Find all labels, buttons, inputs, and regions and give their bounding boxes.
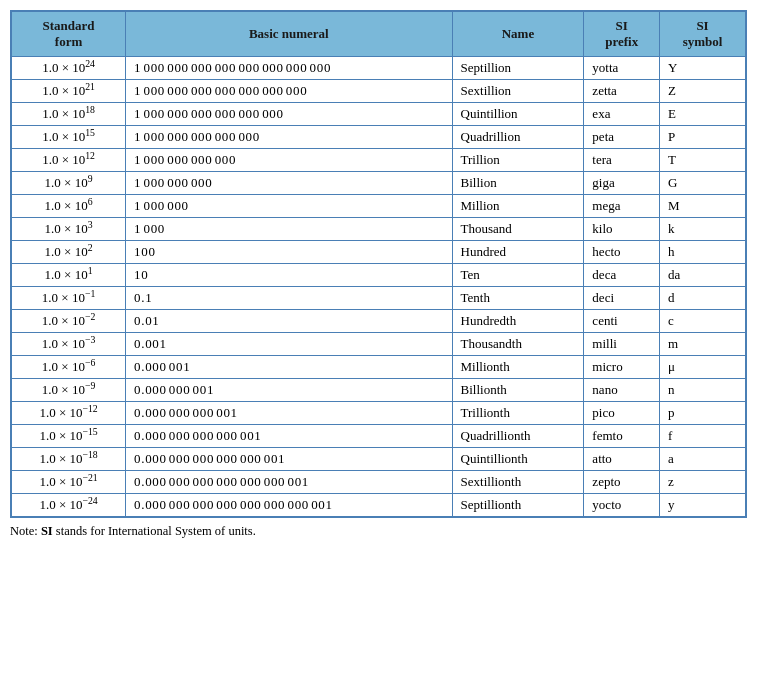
cell-si-prefix: micro (584, 356, 660, 379)
table-row: 1.0 × 10−30.001Thousandthmillim (12, 333, 746, 356)
cell-name: Hundred (452, 241, 584, 264)
table-row: 1.0 × 10−90.000 000 001Billionthnanon (12, 379, 746, 402)
cell-name: Quadrillionth (452, 425, 584, 448)
table-row: 1.0 × 10110Tendecada (12, 264, 746, 287)
cell-si-symbol: p (660, 402, 746, 425)
cell-si-prefix: yocto (584, 494, 660, 517)
cell-si-prefix: femto (584, 425, 660, 448)
si-prefix-table: Standardform Basic numeral Name SIprefix… (11, 11, 746, 517)
table-row: 1.0 × 10−20.01Hundredthcentic (12, 310, 746, 333)
cell-si-prefix: atto (584, 448, 660, 471)
cell-si-prefix: zetta (584, 80, 660, 103)
table-header-row: Standardform Basic numeral Name SIprefix… (12, 12, 746, 57)
cell-name: Thousandth (452, 333, 584, 356)
cell-standard-form: 1.0 × 10−6 (12, 356, 126, 379)
cell-standard-form: 1.0 × 101 (12, 264, 126, 287)
table-row: 1.0 × 10211 000 000 000 000 000 000 000S… (12, 80, 746, 103)
table-row: 1.0 × 10−10.1Tenthdecid (12, 287, 746, 310)
cell-si-symbol: n (660, 379, 746, 402)
cell-name: Thousand (452, 218, 584, 241)
table-row: 1.0 × 10−180.000 000 000 000 000 001Quin… (12, 448, 746, 471)
col-header-name: Name (452, 12, 584, 57)
cell-standard-form: 1.0 × 1021 (12, 80, 126, 103)
cell-si-prefix: centi (584, 310, 660, 333)
cell-basic-numeral: 0.000 000 000 000 000 000 001 (126, 471, 452, 494)
cell-basic-numeral: 0.001 (126, 333, 452, 356)
cell-si-prefix: deca (584, 264, 660, 287)
cell-standard-form: 1.0 × 109 (12, 172, 126, 195)
table-container: Standardform Basic numeral Name SIprefix… (10, 10, 747, 518)
cell-si-prefix: zepto (584, 471, 660, 494)
table-row: 1.0 × 102100Hundredhectoh (12, 241, 746, 264)
cell-name: Hundredth (452, 310, 584, 333)
table-note: Note: SI stands for International System… (10, 524, 747, 539)
cell-standard-form: 1.0 × 10−9 (12, 379, 126, 402)
table-row: 1.0 × 10−60.000 001Millionthmicroμ (12, 356, 746, 379)
cell-si-prefix: mega (584, 195, 660, 218)
cell-si-symbol: d (660, 287, 746, 310)
table-row: 1.0 × 10151 000 000 000 000 000Quadrilli… (12, 126, 746, 149)
note-bold: SI (41, 524, 53, 538)
cell-standard-form: 1.0 × 10−2 (12, 310, 126, 333)
cell-basic-numeral: 0.000 000 001 (126, 379, 452, 402)
cell-basic-numeral: 0.000 000 000 000 001 (126, 425, 452, 448)
cell-si-symbol: da (660, 264, 746, 287)
cell-si-symbol: a (660, 448, 746, 471)
cell-basic-numeral: 1 000 (126, 218, 452, 241)
cell-si-prefix: milli (584, 333, 660, 356)
cell-name: Trillionth (452, 402, 584, 425)
cell-si-symbol: m (660, 333, 746, 356)
cell-name: Ten (452, 264, 584, 287)
cell-si-symbol: T (660, 149, 746, 172)
cell-si-prefix: tera (584, 149, 660, 172)
cell-standard-form: 1.0 × 1018 (12, 103, 126, 126)
cell-si-symbol: y (660, 494, 746, 517)
cell-name: Quintillionth (452, 448, 584, 471)
cell-basic-numeral: 0.01 (126, 310, 452, 333)
cell-standard-form: 1.0 × 1012 (12, 149, 126, 172)
cell-basic-numeral: 1 000 000 (126, 195, 452, 218)
cell-si-symbol: Y (660, 57, 746, 80)
cell-standard-form: 1.0 × 10−3 (12, 333, 126, 356)
table-row: 1.0 × 1061 000 000MillionmegaM (12, 195, 746, 218)
cell-name: Trillion (452, 149, 584, 172)
cell-basic-numeral: 0.000 000 000 001 (126, 402, 452, 425)
cell-standard-form: 1.0 × 10−15 (12, 425, 126, 448)
cell-si-symbol: z (660, 471, 746, 494)
cell-si-symbol: k (660, 218, 746, 241)
table-row: 1.0 × 10−210.000 000 000 000 000 000 001… (12, 471, 746, 494)
cell-standard-form: 1.0 × 1024 (12, 57, 126, 80)
cell-basic-numeral: 100 (126, 241, 452, 264)
cell-si-prefix: peta (584, 126, 660, 149)
cell-si-prefix: deci (584, 287, 660, 310)
note-prefix: Note: (10, 524, 41, 538)
col-header-standard-form: Standardform (12, 12, 126, 57)
cell-basic-numeral: 1 000 000 000 000 000 000 000 000 (126, 57, 452, 80)
cell-standard-form: 1.0 × 10−12 (12, 402, 126, 425)
cell-name: Millionth (452, 356, 584, 379)
cell-si-symbol: f (660, 425, 746, 448)
cell-standard-form: 1.0 × 1015 (12, 126, 126, 149)
cell-si-symbol: E (660, 103, 746, 126)
note-suffix: stands for International System of units… (53, 524, 256, 538)
cell-si-prefix: pico (584, 402, 660, 425)
cell-si-prefix: hecto (584, 241, 660, 264)
table-row: 1.0 × 10−150.000 000 000 000 001Quadrill… (12, 425, 746, 448)
table-row: 1.0 × 1031 000Thousandkilok (12, 218, 746, 241)
cell-si-prefix: kilo (584, 218, 660, 241)
cell-si-prefix: giga (584, 172, 660, 195)
cell-si-symbol: G (660, 172, 746, 195)
cell-standard-form: 1.0 × 10−1 (12, 287, 126, 310)
cell-si-symbol: h (660, 241, 746, 264)
cell-standard-form: 1.0 × 102 (12, 241, 126, 264)
cell-standard-form: 1.0 × 10−18 (12, 448, 126, 471)
cell-standard-form: 1.0 × 103 (12, 218, 126, 241)
cell-name: Septillion (452, 57, 584, 80)
cell-si-symbol: c (660, 310, 746, 333)
cell-basic-numeral: 10 (126, 264, 452, 287)
cell-standard-form: 1.0 × 10−21 (12, 471, 126, 494)
cell-name: Tenth (452, 287, 584, 310)
cell-name: Billionth (452, 379, 584, 402)
cell-si-prefix: exa (584, 103, 660, 126)
col-header-si-prefix: SIprefix (584, 12, 660, 57)
